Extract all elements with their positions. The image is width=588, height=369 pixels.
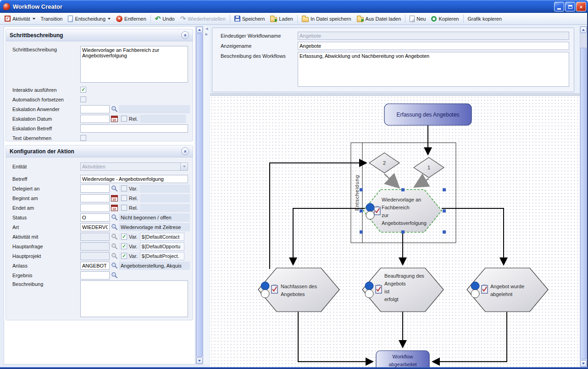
collapse-left-icon[interactable]: ◀ (204, 26, 210, 32)
field-label-automatisch: Automatisch fortsetzen (12, 97, 80, 102)
dropdown-button[interactable] (180, 163, 188, 170)
eskalation-rel-checkbox[interactable] (121, 116, 127, 122)
anzeigename-input[interactable] (298, 42, 569, 50)
field-label-eskalation-datum: Eskalation Datum (12, 116, 80, 122)
collapse-right-icon[interactable]: ▶ (204, 32, 210, 37)
lookup-button-disabled[interactable] (110, 242, 119, 251)
connector-to-abgelehnt[interactable] (442, 208, 504, 265)
art-code-input[interactable] (80, 223, 110, 231)
node-decision-2[interactable]: 2 (369, 153, 399, 173)
betreff-input[interactable] (80, 175, 188, 183)
node-wiedervorlage-selected[interactable]: Wiedervorlage an Fachbereich zur Angebot… (363, 190, 442, 232)
lookup-button-disabled[interactable] (110, 252, 119, 260)
aktivitaet-mit-var-checkbox[interactable]: ✓ (121, 234, 127, 240)
beschreibung-textarea[interactable] (80, 280, 188, 317)
calendar-button[interactable]: 10 (110, 115, 119, 123)
lane-label: Entscheidung (354, 175, 360, 211)
toolbar-in-datei-speichern[interactable]: In Datei speichern (299, 14, 354, 24)
status-code-input[interactable] (80, 213, 110, 222)
interaktiv-checkbox[interactable]: ✓ (80, 87, 86, 93)
lookup-button[interactable] (110, 213, 119, 222)
lookup-button[interactable] (110, 184, 119, 193)
left-panel-scrollbar[interactable] (196, 26, 203, 364)
toolbar-aktivitaet[interactable]: ✓ Aktivität (2, 14, 38, 24)
chevron-down-icon[interactable] (108, 18, 111, 20)
connector-decision1-to-step[interactable] (416, 179, 429, 186)
automatisch-checkbox[interactable] (80, 96, 86, 102)
scrollbar-thumb[interactable] (580, 48, 587, 359)
ergebnis-input[interactable] (80, 271, 110, 280)
node-end[interactable]: Workflow abgearbeitet (376, 351, 429, 368)
delegiert-var-checkbox[interactable] (121, 185, 127, 191)
connector-to-nachfassen[interactable] (293, 208, 366, 265)
node-nachfassen[interactable]: Nachfassen des Angebotes (258, 268, 339, 312)
eskalation-betreff-input[interactable] (80, 124, 188, 133)
lookup-button[interactable] (110, 271, 119, 280)
chevron-down-icon[interactable] (33, 18, 35, 20)
hauptanfrage-var-checkbox[interactable]: ✓ (121, 243, 127, 249)
scroll-down-button[interactable] (196, 358, 203, 364)
minimize-button[interactable] (554, 2, 564, 11)
panel-splitter[interactable]: ◀ ▶ (204, 26, 210, 364)
eskalation-anwender-input[interactable] (80, 105, 110, 113)
arrow-up-icon (582, 29, 585, 31)
calendar-button[interactable]: 10 (110, 204, 119, 212)
lookup-button-disabled[interactable] (110, 233, 119, 241)
connector-nachfassen-to-end[interactable] (298, 312, 373, 362)
node-beauftragung[interactable]: Beauftragung des Angebots ist erfolgt (362, 268, 444, 312)
canvas-scrollbar[interactable] (580, 26, 587, 367)
toolbar-entscheidung[interactable]: Entscheidung (65, 14, 113, 24)
lookup-button[interactable] (110, 262, 119, 270)
section-header-schrittbeschreibung[interactable]: Schrittbeschreibung » (6, 29, 193, 41)
scroll-up-button[interactable] (196, 27, 203, 33)
toolbar-separator (297, 15, 298, 23)
endet-input[interactable] (80, 204, 110, 212)
beginnt-input[interactable] (80, 194, 110, 202)
section-header-konfiguration[interactable]: Konfiguration der Aktion » (6, 145, 193, 157)
toolbar-transition[interactable]: Transition (38, 14, 66, 24)
anlass-code-input[interactable] (80, 262, 110, 270)
var-label: Var. (129, 244, 138, 249)
workflowname-input[interactable] (298, 32, 569, 40)
connector-decision2-to-step[interactable] (384, 174, 398, 187)
state-open-icon (261, 290, 269, 298)
toolbar-neu[interactable]: Neu (407, 14, 428, 24)
schrittbeschreibung-textarea[interactable]: Wiedervorlage an Fachbereich zur Angebot… (80, 46, 188, 83)
entitaet-select[interactable]: Aktivitäten (80, 162, 188, 171)
toolbar-laden[interactable]: Laden (267, 14, 296, 24)
toolbar-entfernen[interactable]: ✕ Entfernen (113, 14, 149, 24)
delegiert-input[interactable] (80, 184, 110, 193)
toolbar-undo[interactable]: ↶ Undo (152, 14, 178, 24)
collapse-button[interactable]: » (181, 31, 189, 39)
beginnt-rel-checkbox[interactable] (121, 195, 127, 201)
workflow-beschreibung-textarea[interactable]: Erfassung, Abwicklung und Nachbereitung … (298, 52, 569, 87)
endet-rel-checkbox[interactable] (121, 205, 127, 211)
toolbar-grafik-kopieren[interactable]: Grafik kopieren (465, 14, 505, 24)
connector-abgelehnt-to-end[interactable] (433, 312, 507, 362)
toolbar-aus-datei-laden[interactable]: Aus Datei laden (354, 14, 404, 24)
aktivitaet-mit-input[interactable] (80, 233, 110, 241)
hauptanfrage-input[interactable] (80, 242, 110, 251)
calendar-button[interactable]: 10 (110, 194, 119, 202)
scroll-up-button[interactable] (580, 27, 587, 33)
toolbar-speichern[interactable]: Speichern (232, 14, 268, 24)
close-icon: × (580, 4, 582, 10)
scrollbar-thumb[interactable] (196, 34, 203, 357)
connector-nachfassen-to-decision2[interactable] (270, 163, 366, 269)
toolbar-wiederherstellen[interactable]: ↷ Wiederherstellen (178, 14, 228, 24)
node-decision-1[interactable]: 1 (414, 157, 444, 178)
node-abgelehnt[interactable]: Angebot wurde abgelehnt (467, 268, 548, 312)
scroll-down-button[interactable] (580, 360, 587, 367)
hauptprojekt-var-checkbox[interactable]: ✓ (121, 253, 127, 259)
diagram-canvas[interactable]: Entscheidung Erfassung des Angebotes (210, 95, 580, 367)
hauptprojekt-input[interactable] (80, 252, 110, 260)
restore-button[interactable] (565, 2, 575, 11)
text-uebernehmen-checkbox[interactable] (80, 135, 86, 141)
collapse-button[interactable]: » (181, 147, 189, 155)
close-button[interactable]: × (576, 2, 586, 11)
toolbar-kopieren[interactable]: Kopieren (428, 14, 461, 24)
lookup-button[interactable] (110, 223, 119, 231)
node-start[interactable]: Erfassung des Angebotes (384, 104, 472, 125)
lookup-button[interactable] (110, 105, 119, 113)
eskalation-datum-input[interactable] (80, 115, 110, 123)
